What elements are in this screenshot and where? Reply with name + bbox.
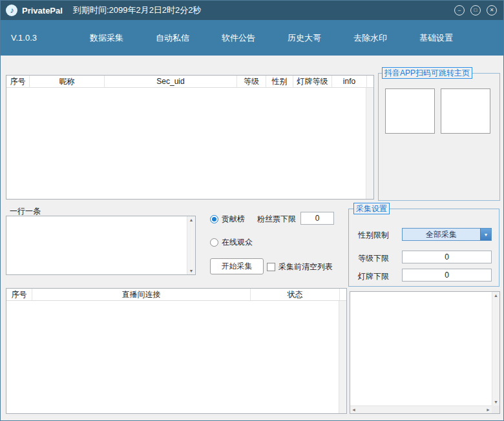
menu-item-announcement[interactable]: 软件公告 xyxy=(216,28,260,48)
contribution-radio-label: 贡献榜 xyxy=(222,214,245,225)
menu-item-basic-settings[interactable]: 基础设置 xyxy=(414,28,458,48)
col-nickname: 昵称 xyxy=(30,76,105,87)
col-info: info xyxy=(332,76,367,87)
col-live-link: 直播间连接 xyxy=(32,289,251,300)
user-table-header: 序号 昵称 Sec_uid 等级 性别 灯牌等级 info xyxy=(6,76,373,88)
collect-settings-panel: 采集设置 性别限制 全部采集 ▼ 等级下限 0 灯牌下限 0 xyxy=(348,209,499,287)
level-limit-input[interactable]: 0 xyxy=(402,251,492,263)
qr-panel-title: 抖音APP扫码可跳转主页 xyxy=(382,67,472,79)
scroll-left-icon[interactable]: ◄ xyxy=(352,406,356,413)
gender-limit-label: 性别限制 xyxy=(358,230,389,241)
expiry-time-text: 到期时间:2099年2月2日2时2分2秒 xyxy=(73,5,202,16)
window-controls: – □ ✕ xyxy=(454,5,497,15)
gender-limit-value: 全部采集 xyxy=(403,229,480,240)
nav-bar: V.1.0.3 数据采集 自动私信 软件公告 历史大哥 去除水印 基础设置 xyxy=(1,20,503,56)
online-radio-row: 在线观众 xyxy=(210,237,253,248)
online-viewers-radio[interactable] xyxy=(210,238,218,247)
close-button[interactable]: ✕ xyxy=(487,5,497,15)
main-menu: 数据采集 自动私信 软件公告 历史大哥 去除水印 基础设置 xyxy=(85,20,458,56)
settings-panel-title: 采集设置 xyxy=(353,203,390,214)
online-viewers-radio-label: 在线观众 xyxy=(222,237,253,248)
col-level: 等级 xyxy=(237,76,266,87)
fan-ticket-input[interactable]: 0 xyxy=(300,212,334,225)
col-live-status: 状态 xyxy=(251,289,340,300)
contribution-radio-row: 贡献榜 xyxy=(210,214,245,225)
maximize-button[interactable]: □ xyxy=(470,5,481,15)
app-window: ♪ PrivatePal 到期时间:2099年2月2日2时2分2秒 – □ ✕ … xyxy=(0,0,504,421)
titlebar: ♪ PrivatePal 到期时间:2099年2月2日2时2分2秒 – □ ✕ xyxy=(1,1,503,20)
qr-code-box-2 xyxy=(441,88,490,134)
chevron-down-icon[interactable]: ▼ xyxy=(480,229,491,240)
col-live-index: 序号 xyxy=(6,289,32,300)
fan-ticket-label-row: 粉丝票下限 xyxy=(257,214,296,225)
fan-ticket-label: 粉丝票下限 xyxy=(257,214,296,225)
live-table-scrollbar[interactable] xyxy=(339,301,346,413)
scroll-right-icon[interactable]: ► xyxy=(486,406,490,413)
scroll-down-icon[interactable]: ▼ xyxy=(494,398,498,406)
live-table-header: 序号 直播间连接 状态 xyxy=(6,289,346,301)
clear-list-checkbox[interactable] xyxy=(267,263,275,271)
qr-panel: 抖音APP扫码可跳转主页 xyxy=(378,73,500,201)
log-output-panel: ▲ ▼ ◄ ► xyxy=(350,291,500,414)
col-index: 序号 xyxy=(6,76,30,87)
level-limit-label: 等级下限 xyxy=(358,253,389,264)
menu-item-remove-watermark[interactable]: 去除水印 xyxy=(348,28,392,48)
qr-code-box-1 xyxy=(385,88,435,134)
badge-limit-label: 灯牌下限 xyxy=(358,271,389,282)
gender-limit-select[interactable]: 全部采集 ▼ xyxy=(402,228,492,241)
textarea-scrollbar[interactable]: ▲ ▼ xyxy=(187,216,195,274)
link-input-textarea[interactable]: ▲ ▼ xyxy=(6,216,196,275)
menu-item-data-collect[interactable]: 数据采集 xyxy=(85,28,129,48)
clear-before-collect-row: 采集前清空列表 xyxy=(267,262,333,272)
user-table: 序号 昵称 Sec_uid 等级 性别 灯牌等级 info xyxy=(6,75,374,200)
minimize-button[interactable]: – xyxy=(454,5,465,15)
version-label: V.1.0.3 xyxy=(11,20,37,56)
col-gender: 性别 xyxy=(266,76,293,87)
app-logo-icon: ♪ xyxy=(6,5,17,16)
contribution-radio[interactable] xyxy=(210,215,218,223)
col-badge-level: 灯牌等级 xyxy=(293,76,332,87)
live-room-table: 序号 直播间连接 状态 xyxy=(6,288,347,414)
scroll-up-icon[interactable]: ▲ xyxy=(494,292,498,299)
user-table-scrollbar[interactable] xyxy=(366,88,373,199)
scroll-down-icon[interactable]: ▼ xyxy=(189,267,194,274)
menu-item-auto-dm[interactable]: 自动私信 xyxy=(151,28,194,48)
app-title: PrivatePal xyxy=(22,6,63,15)
badge-limit-input[interactable]: 0 xyxy=(402,269,492,282)
start-collect-button[interactable]: 开始采集 xyxy=(210,258,264,274)
menu-item-history[interactable]: 历史大哥 xyxy=(282,28,326,48)
scroll-up-icon[interactable]: ▲ xyxy=(189,216,194,223)
clear-list-checkbox-label: 采集前清空列表 xyxy=(278,262,333,272)
log-vertical-scrollbar[interactable]: ▲ ▼ xyxy=(492,292,499,406)
log-horizontal-scrollbar[interactable]: ◄ ► xyxy=(350,406,492,413)
scrollbar-corner xyxy=(492,406,499,413)
col-sec-uid: Sec_uid xyxy=(105,76,237,87)
